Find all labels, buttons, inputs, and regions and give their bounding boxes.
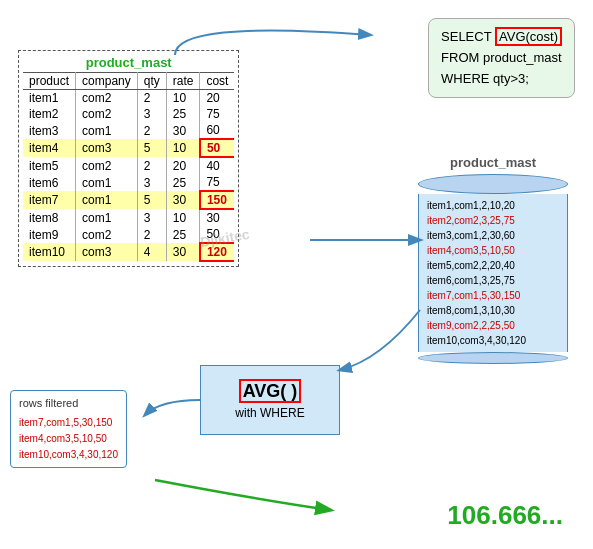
cell-company: com2 [76, 157, 138, 174]
table-row: item7com1530150 [23, 191, 234, 209]
cell-company: com3 [76, 243, 138, 261]
sql-line1: SELECT AVG(cost) [441, 27, 562, 48]
cell-company: com1 [76, 122, 138, 139]
cell-company: com2 [76, 106, 138, 122]
cell-product: item5 [23, 157, 76, 174]
cylinder-row: item2,com2,3,25,75 [427, 213, 559, 228]
table-row: item8com131030 [23, 209, 234, 226]
cell-rate: 30 [166, 122, 200, 139]
cell-qty: 3 [137, 174, 166, 191]
cell-qty: 3 [137, 106, 166, 122]
col-company: company [76, 73, 138, 90]
sql-line2: FROM product_mast [441, 48, 562, 69]
cell-product: item3 [23, 122, 76, 139]
sql-select: SELECT [441, 29, 495, 44]
cell-cost: 75 [200, 174, 235, 191]
avg-highlight: AVG( ) [239, 379, 302, 403]
sql-box: SELECT AVG(cost) FROM product_mast WHERE… [428, 18, 575, 98]
cell-qty: 3 [137, 209, 166, 226]
cylinder-row: item6,com1,3,25,75 [427, 273, 559, 288]
avg-sublabel: with WHERE [235, 406, 304, 420]
cell-company: com1 [76, 209, 138, 226]
cylinder-body: item1,com1,2,10,20item2,com2,3,25,75item… [418, 194, 568, 352]
cell-product: item6 [23, 174, 76, 191]
cell-qty: 2 [137, 226, 166, 243]
cylinder-row: item9,com2,2,25,50 [427, 318, 559, 333]
cell-rate: 30 [166, 191, 200, 209]
cell-cost: 40 [200, 157, 235, 174]
filtered-rows: item7,com1,5,30,150item4,com3,5,10,50ite… [19, 415, 118, 463]
cell-product: item7 [23, 191, 76, 209]
filtered-box: rows filtered item7,com1,5,30,150item4,c… [10, 390, 127, 468]
table-header-row: product company qty rate cost [23, 73, 234, 90]
avg-label: AVG( ) [239, 381, 302, 402]
cell-rate: 30 [166, 243, 200, 261]
cylinder: item1,com1,2,10,20item2,com2,3,25,75item… [418, 174, 568, 364]
table-row: item4com351050 [23, 139, 234, 157]
sql-avg-highlight: AVG(cost) [495, 27, 562, 46]
result-value: 106.666... [447, 500, 563, 531]
cell-product: item8 [23, 209, 76, 226]
cell-qty: 2 [137, 157, 166, 174]
filtered-row: item7,com1,5,30,150 [19, 415, 118, 431]
cylinder-row: item1,com1,2,10,20 [427, 198, 559, 213]
table-title: product_mast [23, 55, 234, 70]
cell-cost: 30 [200, 209, 235, 226]
col-product: product [23, 73, 76, 90]
cell-rate: 25 [166, 106, 200, 122]
cylinder-row: item4,com3,5,10,50 [427, 243, 559, 258]
cylinder-row: item10,com3,4,30,120 [427, 333, 559, 348]
cell-company: com3 [76, 139, 138, 157]
cell-rate: 10 [166, 209, 200, 226]
sql-line3: WHERE qty>3; [441, 69, 562, 90]
cell-cost: 60 [200, 122, 235, 139]
table-row: item3com123060 [23, 122, 234, 139]
cell-qty: 2 [137, 90, 166, 107]
filtered-row: item4,com3,5,10,50 [19, 431, 118, 447]
cell-rate: 25 [166, 174, 200, 191]
cylinder-top [418, 174, 568, 194]
cell-cost: 50 [200, 139, 235, 157]
cell-rate: 20 [166, 157, 200, 174]
cell-rate: 10 [166, 139, 200, 157]
cell-cost: 75 [200, 106, 235, 122]
table-row: item6com132575 [23, 174, 234, 191]
cylinder-row: item8,com1,3,10,30 [427, 303, 559, 318]
cell-product: item2 [23, 106, 76, 122]
cell-product: item9 [23, 226, 76, 243]
table-row: item5com222040 [23, 157, 234, 174]
table-row: item1com221020 [23, 90, 234, 107]
cell-product: item1 [23, 90, 76, 107]
cell-qty: 5 [137, 191, 166, 209]
col-rate: rate [166, 73, 200, 90]
filtered-title: rows filtered [19, 395, 118, 413]
cell-cost: 150 [200, 191, 235, 209]
table-row: item2com232575 [23, 106, 234, 122]
cylinder-row: item5,com2,2,20,40 [427, 258, 559, 273]
col-qty: qty [137, 73, 166, 90]
cell-cost: 20 [200, 90, 235, 107]
cell-qty: 5 [137, 139, 166, 157]
cell-qty: 2 [137, 122, 166, 139]
cell-company: com2 [76, 90, 138, 107]
cylinder-container: product_mast item1,com1,2,10,20item2,com… [413, 155, 573, 364]
cell-rate: 10 [166, 90, 200, 107]
cell-company: com1 [76, 191, 138, 209]
cell-product: item10 [23, 243, 76, 261]
cylinder-bottom [418, 352, 568, 364]
cell-qty: 4 [137, 243, 166, 261]
cell-company: com2 [76, 226, 138, 243]
cell-rate: 25 [166, 226, 200, 243]
cell-product: item4 [23, 139, 76, 157]
filtered-row: item10,com3,4,30,120 [19, 447, 118, 463]
cylinder-row: item3,com1,2,30,60 [427, 228, 559, 243]
col-cost: cost [200, 73, 235, 90]
cylinder-title: product_mast [413, 155, 573, 170]
cylinder-row: item7,com1,5,30,150 [427, 288, 559, 303]
avg-box: AVG( ) with WHERE [200, 365, 340, 435]
cell-company: com1 [76, 174, 138, 191]
